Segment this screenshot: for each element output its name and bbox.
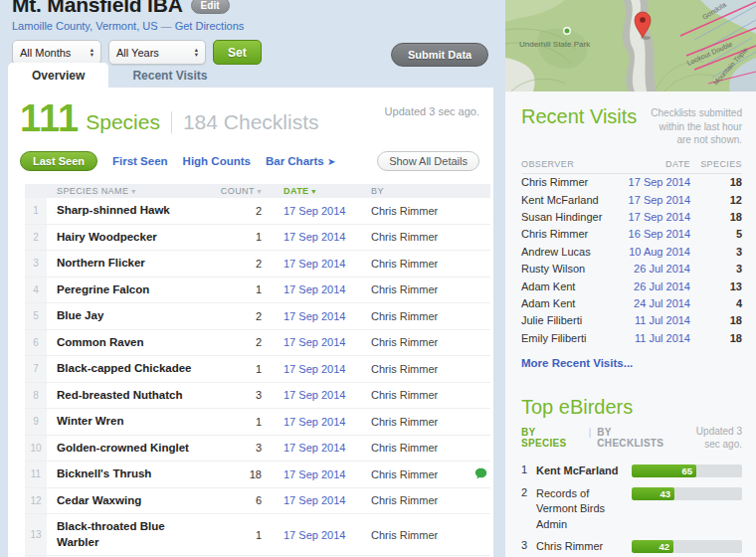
row-number: 8 [25, 383, 47, 409]
sidebar: Underhill State Park Gondola Lookout Dou… [505, 0, 756, 557]
observation-date-link[interactable]: 17 Sep 2014 [262, 310, 361, 322]
months-filter-select[interactable]: All Months ▴▾ [12, 40, 101, 65]
get-directions-link[interactable]: Get Directions [175, 20, 245, 32]
observer-name: Kent McFarland [521, 194, 611, 206]
comment-icon[interactable] [467, 467, 490, 480]
observer-name: Chris Rimmer [361, 442, 467, 454]
observation-date-link[interactable]: 17 Sep 2014 [262, 205, 361, 217]
visit-species-count: 3 [690, 263, 742, 275]
checklists-count: 184 Checklists [183, 110, 319, 134]
observation-date-link[interactable]: 17 Sep 2014 [262, 258, 361, 270]
arrow-right-icon: ➤ [327, 156, 335, 167]
tab-by-checklists[interactable]: BY CHECKLISTS [597, 427, 679, 449]
stats-bar: 111 Species 184 Checklists Updated 3 sec… [8, 88, 493, 137]
view-first-seen[interactable]: First Seen [112, 155, 168, 167]
table-row: 8Red-breasted Nuthatch317 Sep 2014Chris … [25, 383, 490, 410]
set-button[interactable]: Set [213, 40, 262, 65]
sort-arrow-icon: ▾ [131, 187, 135, 196]
view-last-seen[interactable]: Last Seen [20, 151, 97, 171]
species-count: 1 [216, 231, 262, 243]
view-bar-charts[interactable]: Bar Charts ➤ [266, 155, 335, 167]
observation-date-link[interactable]: 17 Sep 2014 [262, 389, 361, 401]
recent-visits-note: Checklists submitted within the last hou… [643, 106, 742, 147]
ebirder-name[interactable]: Chris Rimmer [536, 539, 626, 554]
divider [171, 111, 172, 133]
species-bar: 42 [632, 540, 742, 553]
visit-species-count: 3 [690, 246, 742, 258]
observation-date-link[interactable]: 17 Sep 2014 [262, 529, 361, 541]
observer-name: Chris Rimmer [361, 231, 467, 243]
tab-bar: Overview Recent Visits [8, 63, 232, 90]
observation-date-link[interactable]: 17 Sep 2014 [262, 442, 361, 454]
observer-name: Julie Filiberti [521, 314, 611, 326]
top-ebirder-row: 3Chris Rimmer42 [521, 539, 742, 554]
sort-count[interactable]: COUNT ▾ [216, 186, 262, 196]
species-name: Sharp-shinned Hawk [47, 198, 216, 224]
species-count: 18 [216, 468, 262, 480]
row-number: 3 [25, 251, 47, 277]
species-bar: 65 [632, 464, 742, 477]
row-number: 2 [25, 225, 47, 251]
visit-species-count: 13 [690, 280, 742, 292]
observation-date-link[interactable]: 17 Sep 2014 [262, 416, 361, 428]
species-name: Blue Jay [47, 303, 216, 329]
observer-name: Andrew Lucas [521, 246, 611, 258]
table-row: 4Peregrine Falcon117 Sep 2014Chris Rimme… [25, 278, 490, 304]
show-all-details-button[interactable]: Show All Details [377, 151, 479, 171]
visit-date-link[interactable]: 10 Aug 2014 [611, 246, 690, 258]
ebird-hotspot-page: Mt. Mansfield IBA Edit Lamoille County, … [0, 0, 756, 557]
species-count: 1 [216, 529, 262, 541]
visit-date-link[interactable]: 11 Jul 2014 [611, 314, 690, 326]
observation-date-link[interactable]: 17 Sep 2014 [262, 336, 361, 348]
visit-species-count: 5 [690, 228, 742, 240]
visit-date-link[interactable]: 24 Jul 2014 [611, 297, 690, 309]
visit-date-link[interactable]: 17 Sep 2014 [611, 194, 690, 206]
visit-date-link[interactable]: 26 Jul 2014 [611, 280, 690, 292]
sort-species-name[interactable]: SPECIES NAME ▾ [47, 186, 216, 196]
more-recent-visits-link[interactable]: More Recent Visits... [521, 357, 742, 369]
visit-date-link[interactable]: 11 Jul 2014 [611, 332, 690, 344]
visit-species-count: 4 [690, 297, 742, 309]
ebirder-name[interactable]: Records of Vermont Birds Admin [536, 486, 626, 532]
species-count: 111 [20, 99, 79, 137]
rank: 1 [521, 464, 536, 475]
species-table-header: SPECIES NAME ▾ COUNT ▾ DATE ▾ BY [25, 184, 490, 198]
row-number: 12 [25, 488, 47, 514]
observer-name: Emily Filiberti [521, 332, 611, 344]
observation-date-link[interactable]: 17 Sep 2014 [262, 283, 361, 295]
tab-recent-visits[interactable]: Recent Visits [108, 63, 231, 90]
species-name: Red-breasted Nuthatch [47, 383, 216, 409]
observation-date-link[interactable]: 17 Sep 2014 [262, 231, 361, 243]
edit-button[interactable]: Edit [191, 0, 230, 14]
visit-date-link[interactable]: 16 Sep 2014 [611, 228, 690, 240]
hotspot-map[interactable]: Underhill State Park Gondola Lookout Dou… [505, 0, 756, 92]
ebirder-name[interactable]: Kent McFarland [536, 464, 626, 478]
row-number: 4 [25, 278, 47, 303]
visit-date-link[interactable]: 17 Sep 2014 [611, 211, 690, 223]
observation-date-link[interactable]: 17 Sep 2014 [262, 468, 361, 480]
recent-visit-row: Adam Kent26 Jul 201413 [521, 278, 742, 294]
visit-date-link[interactable]: 17 Sep 2014 [611, 176, 690, 188]
species-label: Species [86, 110, 160, 134]
years-filter-select[interactable]: All Years ▴▾ [108, 40, 206, 65]
tab-by-species[interactable]: BY SPECIES [521, 427, 583, 449]
col-by: BY [361, 186, 467, 196]
sort-date[interactable]: DATE ▾ [262, 186, 361, 196]
view-high-counts[interactable]: High Counts [183, 155, 251, 167]
tab-overview[interactable]: Overview [8, 63, 108, 90]
species-count: 1 [216, 363, 262, 375]
visit-date-link[interactable]: 26 Jul 2014 [611, 263, 690, 275]
breadcrumb: Lamoille County, Vermont, US — Get Direc… [12, 20, 493, 32]
row-number: 10 [25, 436, 47, 462]
recent-visit-row: Julie Filiberti11 Jul 201418 [521, 312, 742, 329]
top-ebirders-list: 1Kent McFarland652Records of Vermont Bir… [521, 464, 742, 554]
recent-visits-table: OBSERVER DATE SPECIES Chris Rimmer17 Sep… [521, 159, 742, 347]
species-count: 2 [216, 258, 262, 270]
recent-visit-row: Emily Filiberti11 Jul 201418 [521, 329, 742, 346]
observation-date-link[interactable]: 17 Sep 2014 [262, 494, 361, 506]
submit-data-button[interactable]: Submit Data [391, 43, 488, 67]
row-number: 6 [25, 330, 47, 356]
recent-visit-row: Adam Kent24 Jul 20144 [521, 294, 742, 311]
observation-date-link[interactable]: 17 Sep 2014 [262, 363, 361, 375]
updated-status: Updated 3 sec ago. [679, 425, 742, 451]
